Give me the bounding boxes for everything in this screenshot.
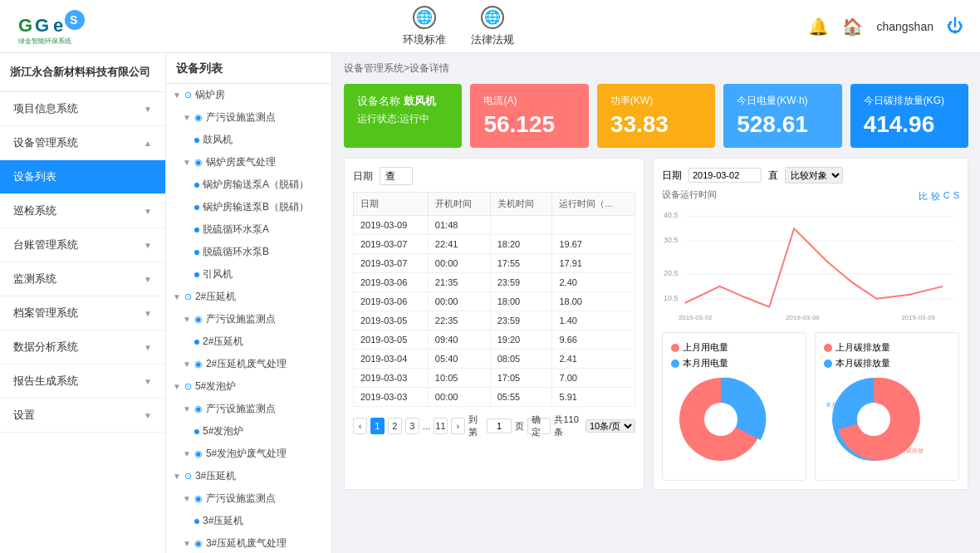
home-icon[interactable]: 🏠 (842, 17, 863, 37)
tree-item-extruder-2-dev-label: 2#压延机 (203, 335, 243, 349)
tree-item-foamer-5-gas-label: 5#发泡炉废气处理 (206, 447, 287, 461)
sidebar-item-equipment-label: 设备管理系统 (13, 135, 78, 150)
table-row: 2019-03-0901:48 (354, 216, 635, 235)
line-chart-svg: 40.5 30.5 20.5 10.5 2019-03-02 2019- (662, 208, 959, 324)
legend-this-month-carbon-label: 本月碳排放量 (835, 357, 890, 369)
chart-date-label: 日期 (662, 169, 682, 183)
legend-this-month-carbon: 本月碳排放量 (824, 357, 950, 369)
nav-environment[interactable]: 🌐 环境标准 (403, 6, 446, 47)
sidebar-item-equipment[interactable]: 设备管理系统 ▲ (0, 126, 165, 160)
tree-item-pump-a[interactable]: 锅炉房输送泵A（脱硝） (166, 174, 331, 196)
sidebar-item-device-list[interactable]: 设备列表 (0, 160, 165, 194)
pie-chart-electricity: 上月用电量 本月用电量 (662, 332, 806, 481)
tree-item-induced-fan[interactable]: 引风机 (166, 263, 331, 286)
pie-svg-1 (671, 369, 771, 469)
chevron-down-icon-7: ▼ (144, 377, 152, 386)
stat-device-status-value: 运行中 (399, 113, 429, 125)
expand-icon-10: ▼ (173, 472, 181, 481)
sidebar-item-monitor[interactable]: 监测系统 ▼ (0, 262, 165, 296)
table-row: 2019-03-0405:4008:052.41 (354, 350, 635, 369)
sidebar-item-project[interactable]: 项目信息系统 ▼ (0, 92, 165, 126)
tree-item-pump-b[interactable]: 锅炉房输送泵B（脱硝） (166, 196, 331, 218)
tree-item-foamer-5-gas[interactable]: ▼ ◉ 5#发泡炉废气处理 (166, 443, 331, 465)
globe-icon-1: 🌐 (413, 6, 436, 29)
page-11-btn[interactable]: 11 (434, 418, 448, 434)
tree-item-extruder-2[interactable]: ▼ ⊙ 2#压延机 (166, 286, 331, 308)
table-section: 日期 日期 开机时间 关机时间 运行时间（... 2019-03-0901:48… (344, 158, 644, 490)
process-icon: ◉ (194, 157, 203, 168)
header: G G e S 绿金智能环保系统 🌐 环境标准 🌐 法律法规 🔔 🏠 (0, 0, 980, 53)
company-name: 浙江永合新材料科技有限公司 (0, 53, 165, 92)
tree-item-water-pump-a[interactable]: 脱硫循环水泵A (166, 218, 331, 241)
nav-law[interactable]: 🌐 法律法规 (471, 6, 514, 47)
chart-action-ratio[interactable]: 较 (931, 190, 940, 203)
power-icon[interactable]: ⏻ (947, 17, 963, 36)
tree-dot-icon-4 (194, 228, 199, 232)
stat-current-value: 56.125 (483, 111, 575, 138)
page-3-btn[interactable]: 3 (405, 418, 419, 434)
bell-icon[interactable]: 🔔 (808, 17, 829, 37)
legend-last-month-elec-label: 上月用电量 (683, 341, 728, 354)
tree-item-foamer-5[interactable]: ▼ ⊙ 5#发泡炉 (166, 375, 331, 398)
compare-select[interactable]: 比较对象 (785, 167, 843, 184)
tree-item-extruder-3-gas[interactable]: ▼ ◉ 3#压延机废气处理 (166, 532, 331, 553)
tree-item-induced-fan-label: 引风机 (203, 267, 233, 281)
tree-item-extruder-3[interactable]: ▼ ⊙ 3#压延机 (166, 465, 331, 487)
chart-action-compare[interactable]: 比 (919, 190, 928, 203)
tree-item-fan[interactable]: 鼓风机 (166, 129, 331, 151)
tree-item-monitor-4[interactable]: ▼ ◉ 产污设施监测点 (166, 487, 331, 510)
chart-action-refresh[interactable]: C (943, 190, 950, 203)
date-search-input[interactable] (380, 167, 413, 185)
stat-card-electricity: 今日电量(KW·h) 528.61 (723, 84, 841, 148)
pagination: ‹ 1 2 3 ... 11 › 到第 页 确定 共110条 10条/页 20条… (353, 414, 635, 438)
page-ellipsis: ... (423, 421, 430, 431)
sidebar-item-archive[interactable]: 档案管理系统 ▼ (0, 296, 165, 330)
monitor-icon-4: ◉ (194, 493, 203, 504)
legend-this-month-elec-label: 本月用电量 (683, 357, 728, 369)
chart-date-from[interactable] (688, 168, 762, 183)
sidebar-item-report[interactable]: 报告生成系统 ▼ (0, 365, 165, 399)
chart-action-save[interactable]: S (953, 190, 959, 203)
chart-header: 日期 直 比较对象 (662, 167, 959, 184)
page-1-btn[interactable]: 1 (370, 418, 385, 434)
sidebar-item-data[interactable]: 数据分析系统 ▼ (0, 330, 165, 365)
monitor-icon-2: ◉ (194, 314, 203, 325)
tree-dot-icon (194, 138, 199, 143)
logo-icon: G G e S 绿金智能环保系统 (17, 7, 108, 46)
tree-item-extruder-3-dev[interactable]: 3#压延机 (166, 510, 331, 532)
tree-item-monitor-3[interactable]: ▼ ◉ 产污设施监测点 (166, 398, 331, 420)
tree-item-foamer-5-dev[interactable]: 5#发泡炉 (166, 420, 331, 443)
sidebar-item-inspection[interactable]: 巡检系统 ▼ (0, 194, 165, 228)
page-2-btn[interactable]: 2 (388, 418, 402, 434)
page-confirm-btn[interactable]: 确定 (527, 418, 551, 434)
data-table: 日期 开机时间 关机时间 运行时间（... 2019-03-0901:48201… (353, 192, 635, 407)
svg-text:10.5: 10.5 (664, 294, 678, 302)
tree-item-water-pump-b[interactable]: 脱硫循环水泵B (166, 241, 331, 263)
chevron-down-icon-5: ▼ (144, 309, 152, 318)
chart-actions: 比 较 C S (919, 190, 959, 203)
stat-electricity-value: 528.61 (737, 111, 828, 138)
expand-icon-7: ▼ (173, 382, 181, 391)
main-content: 设备管理系统>设备详情 设备名称 鼓风机 运行状态:运行中 电流(A) 56.1… (332, 53, 980, 553)
tree-item-foamer-5-label: 5#发泡炉 (195, 379, 236, 394)
expand-icon: ▼ (173, 91, 181, 100)
page-size-select[interactable]: 10条/页 20条/页 50条/页 (586, 419, 635, 433)
page-next-btn[interactable]: › (451, 418, 465, 434)
svg-text:30.5: 30.5 (664, 236, 678, 244)
tree-item-boiler[interactable]: ▼ ⊙ 锅炉房 (166, 84, 331, 106)
tree-item-monitor-point-1[interactable]: ▼ ◉ 产污设施监测点 (166, 106, 331, 129)
tree-item-extruder-2-dev[interactable]: 2#压延机 (166, 330, 331, 353)
page-prev-btn[interactable]: ‹ (353, 418, 367, 434)
chevron-up-icon: ▲ (144, 139, 152, 148)
goto-page-input[interactable] (487, 418, 512, 433)
stat-card-device: 设备名称 鼓风机 运行状态:运行中 (344, 84, 462, 148)
tree-item-water-pump-a-label: 脱硫循环水泵A (203, 223, 269, 237)
tree-item-monitor-2[interactable]: ▼ ◉ 产污设施监测点 (166, 308, 331, 330)
svg-text:G: G (35, 15, 49, 36)
sidebar-item-ledger[interactable]: 台账管理系统 ▼ (0, 228, 165, 262)
tree-item-extruder-2-gas[interactable]: ▼ ◉ 2#压延机废气处理 (166, 353, 331, 375)
tree-item-boiler-gas[interactable]: ▼ ◉ 锅炉房废气处理 (166, 151, 331, 174)
stat-current-title: 电流(A) (483, 94, 575, 108)
legend-last-month-carbon: 上月碳排放量 (824, 341, 950, 354)
sidebar-item-settings[interactable]: 设置 ▼ (0, 399, 165, 433)
